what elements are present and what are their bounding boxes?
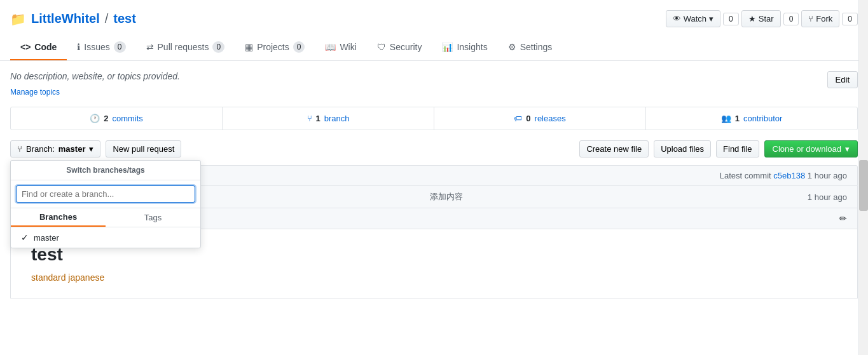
contributors-count: 1 [735, 114, 740, 123]
fork-icon: ⑂ [808, 14, 813, 23]
tab-security-label: Security [390, 42, 422, 52]
tags-tab[interactable]: Tags [106, 208, 200, 227]
code-icon: <> [20, 42, 31, 52]
create-file-button[interactable]: Create new file [579, 140, 649, 157]
pr-icon: ⇄ [146, 42, 154, 52]
tab-settings[interactable]: ⚙ Settings [498, 35, 563, 60]
security-icon: 🛡 [377, 42, 386, 52]
breadcrumb-separator: / [105, 11, 109, 26]
insights-icon: 📊 [442, 42, 453, 52]
tab-code[interactable]: <> Code [10, 35, 67, 60]
current-branch: master [59, 144, 86, 154]
edit-pencil-icon[interactable]: ✏ [839, 213, 847, 224]
tab-projects[interactable]: ▦ Projects 0 [235, 35, 315, 60]
dropdown-search-wrapper [11, 180, 200, 208]
star-count: 0 [783, 13, 799, 25]
commit-time: 1 hour ago [808, 171, 847, 180]
gear-icon: ⚙ [508, 42, 516, 52]
tab-pr-label: Pull requests [158, 42, 209, 52]
upload-files-button[interactable]: Upload files [654, 140, 711, 157]
branch-item-label: master [34, 233, 59, 243]
branch-dropdown: Switch branches/tags Branches Tags ✓ mas… [10, 160, 201, 248]
clone-or-download-button[interactable]: Clone or download ▾ [764, 140, 858, 157]
wiki-icon: 📖 [325, 42, 336, 52]
scrollbar-thumb[interactable] [859, 160, 868, 211]
chevron-down-icon: ▾ [709, 14, 713, 23]
checkmark-icon: ✓ [21, 232, 29, 243]
manage-topics-link[interactable]: Manage topics [10, 88, 60, 97]
file-time: 1 hour ago [808, 192, 847, 202]
watch-count: 0 [723, 13, 739, 25]
readme-link[interactable]: standard japanese [31, 272, 104, 283]
branches-count: 1 [316, 114, 320, 123]
projects-count: 0 [293, 41, 305, 53]
chevron-down-icon: ▾ [845, 144, 850, 154]
branch-search-input[interactable] [16, 185, 195, 203]
action-row: ⑂ Branch: master ▾ Switch branches/tags … [10, 140, 858, 157]
tab-projects-label: Projects [257, 42, 289, 52]
commit-hash-link[interactable]: c5eb138 [773, 171, 805, 180]
star-label: Star [759, 14, 774, 23]
repo-actions: 👁 Watch ▾ 0 ★ Star 0 ⑂ Fork 0 [666, 10, 858, 27]
chevron-down-icon: ▾ [89, 144, 93, 154]
contributors-label: contributor [743, 114, 782, 123]
repo-name-link[interactable]: test [113, 11, 136, 26]
fork-count: 0 [842, 13, 858, 25]
fork-label: Fork [816, 14, 832, 23]
commits-count: 2 [104, 114, 108, 123]
edit-button[interactable]: Edit [827, 71, 858, 88]
tab-issues[interactable]: ℹ Issues 0 [67, 35, 135, 60]
contributors-stat[interactable]: 👥 1 contributor [646, 107, 857, 130]
fork-button[interactable]: ⑂ Fork [801, 10, 839, 27]
tab-insights[interactable]: 📊 Insights [432, 35, 497, 60]
pr-count: 0 [212, 41, 224, 53]
branch-item-master[interactable]: ✓ master [11, 227, 200, 248]
tab-wiki[interactable]: 📖 Wiki [315, 35, 366, 60]
tag-icon: 🏷 [514, 114, 522, 123]
new-pull-request-button[interactable]: New pull request [106, 140, 181, 157]
branch-label: Branch: [26, 144, 55, 154]
issues-icon: ℹ [77, 42, 80, 52]
star-icon: ★ [748, 14, 756, 23]
clone-label: Clone or download [773, 144, 841, 154]
watch-button[interactable]: 👁 Watch ▾ [666, 10, 720, 27]
branch-list: ✓ master [11, 227, 200, 248]
contributors-icon: 👥 [721, 114, 731, 123]
releases-label: releases [535, 114, 566, 123]
branches-label: branch [324, 114, 350, 123]
dropdown-tabs: Branches Tags [11, 208, 200, 227]
latest-commit-text: Latest commit [720, 171, 771, 180]
tab-code-label: Code [34, 42, 57, 52]
releases-count: 0 [526, 114, 530, 123]
branch-icon: ⑂ [307, 114, 312, 123]
branch-button[interactable]: ⑂ Branch: master ▾ [10, 140, 100, 157]
branches-stat[interactable]: ⑂ 1 branch [223, 107, 434, 130]
repo-icon: 📁 [10, 11, 26, 27]
tab-insights-label: Insights [457, 42, 487, 52]
branch-dropdown-wrapper: ⑂ Branch: master ▾ Switch branches/tags … [10, 140, 100, 157]
branches-tab[interactable]: Branches [11, 208, 106, 227]
repo-nav: <> Code ℹ Issues 0 ⇄ Pull requests 0 ▦ P… [10, 35, 858, 60]
tab-wiki-label: Wiki [340, 42, 356, 52]
watch-label: Watch [684, 14, 706, 23]
tab-issues-label: Issues [84, 42, 109, 52]
tab-pull-requests[interactable]: ⇄ Pull requests 0 [136, 35, 235, 60]
branch-icon: ⑂ [17, 144, 22, 154]
commits-icon: 🕐 [90, 114, 100, 123]
tab-security[interactable]: 🛡 Security [367, 35, 432, 60]
issues-count: 0 [114, 41, 126, 53]
projects-icon: ▦ [245, 42, 253, 52]
tab-settings-label: Settings [520, 42, 553, 52]
commits-stat[interactable]: 🕐 2 commits [11, 107, 223, 130]
star-button[interactable]: ★ Star [741, 10, 781, 27]
scrollbar[interactable] [858, 0, 868, 355]
repo-description: No description, website, or topics provi… [10, 71, 180, 81]
dropdown-header: Switch branches/tags [11, 161, 200, 180]
stats-bar: 🕐 2 commits ⑂ 1 branch 🏷 0 releases 👥 1 … [10, 107, 858, 130]
commits-label: commits [112, 114, 142, 123]
eye-icon: 👁 [673, 14, 681, 23]
releases-stat[interactable]: 🏷 0 releases [434, 107, 646, 130]
repo-owner-link[interactable]: LittleWhitel [31, 11, 100, 26]
find-file-button[interactable]: Find file [716, 140, 759, 157]
